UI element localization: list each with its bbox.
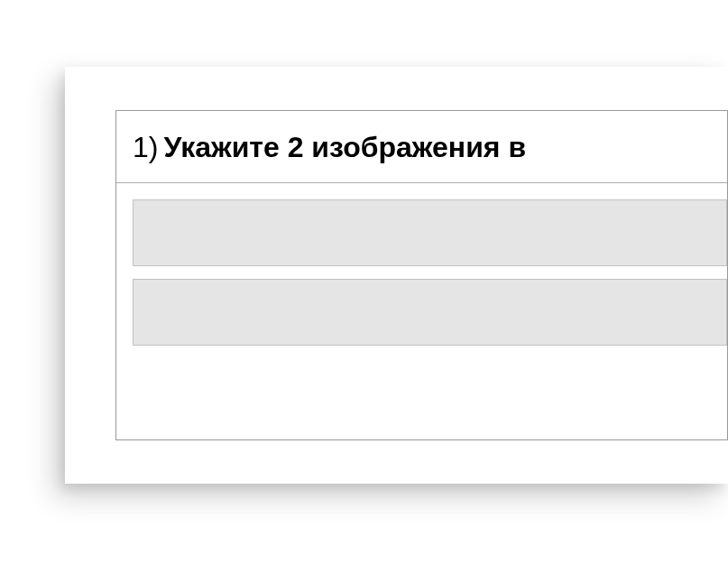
form-card: 1)Укажите 2 изображения в bbox=[65, 67, 728, 484]
options-container bbox=[116, 183, 727, 369]
question-panel: 1)Укажите 2 изображения в bbox=[115, 110, 728, 440]
question-number: 1) bbox=[133, 131, 158, 163]
option-slot-1[interactable] bbox=[133, 199, 727, 266]
option-slot-2[interactable] bbox=[133, 279, 727, 346]
question-prompt: 1)Укажите 2 изображения в bbox=[116, 111, 727, 183]
question-text: Укажите 2 изображения в bbox=[163, 131, 526, 163]
